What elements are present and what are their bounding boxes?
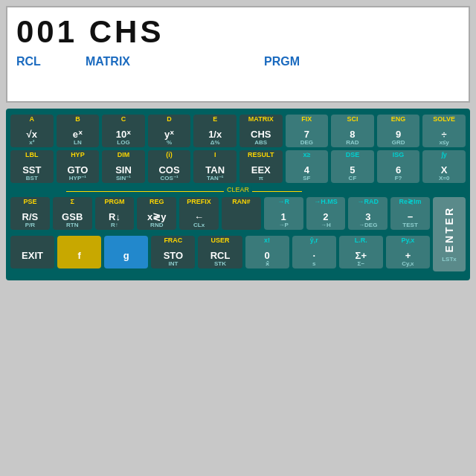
button-row-2: LBL SST BST HYP GTO HYP⁻¹ DIM SIN SIN⁻¹ … — [10, 150, 466, 183]
yx-btn[interactable]: D yˣ % — [148, 115, 191, 147]
button-row-3: PSE R/S P/R Σ GSB RTN PRGM R↓ R↑ REG x≷y — [10, 197, 430, 230]
gto-btn[interactable]: HYP GTO HYP⁻¹ — [57, 150, 100, 183]
xy-btn[interactable]: REG x≷y RND — [137, 197, 176, 230]
enter-bottom: LSTx — [442, 256, 457, 263]
minus-btn[interactable]: Re≷Im − TEST — [390, 197, 430, 230]
inv-btn[interactable]: E 1/x Δ% — [193, 115, 237, 147]
bksp-btn[interactable]: PREFIX ← CLx — [179, 197, 219, 230]
enter-section: ENTER LSTx — [433, 197, 466, 271]
g-btn[interactable]: g — [104, 236, 148, 268]
button-row-4: EXIT f g FRAC STO INT — [10, 236, 430, 268]
clear-bar: CLEAR — [10, 186, 466, 196]
plus-btn[interactable]: Py,x + Cy,x — [386, 236, 430, 268]
calc-body: A √x x² B eˣ LN C 10ˣ LOG D yˣ % E 1/x Δ… — [6, 109, 470, 280]
gsb-btn[interactable]: Σ GSB RTN — [53, 197, 92, 230]
prgm-label[interactable]: PRGM — [264, 55, 300, 68]
sto-btn[interactable]: FRAC STO INT — [151, 236, 195, 268]
rcl-label[interactable]: RCL — [16, 55, 41, 68]
10x-btn[interactable]: C 10ˣ LOG — [102, 115, 145, 147]
cos-btn[interactable]: (i) COS COS⁻¹ — [148, 150, 191, 183]
nine-btn[interactable]: ENG 9 GRD — [377, 115, 420, 147]
clear-text: CLEAR — [224, 186, 252, 193]
seven-btn[interactable]: FIX 7 DEG — [286, 115, 329, 147]
left-cols: PSE R/S P/R Σ GSB RTN PRGM R↓ R↑ REG x≷y — [10, 197, 430, 271]
rcl-btn[interactable]: USER RCL STK — [198, 236, 242, 268]
one-btn[interactable]: →R 1 →P — [264, 197, 303, 230]
matrix-label[interactable]: MATRIX — [86, 55, 130, 68]
times-btn[interactable]: ∫y X X=0 — [422, 150, 466, 183]
enter-text: ENTER — [443, 206, 455, 252]
four-btn[interactable]: x≥ 4 SF — [286, 150, 329, 183]
five-btn[interactable]: DSE 5 CF — [331, 150, 374, 183]
rs-btn[interactable]: PSE R/S P/R — [10, 197, 50, 230]
multi-row-section: PSE R/S P/R Σ GSB RTN PRGM R↓ R↑ REG x≷y — [10, 197, 466, 271]
sin-btn[interactable]: DIM SIN SIN⁻¹ — [102, 150, 145, 183]
rdown-btn[interactable]: PRGM R↓ R↑ — [95, 197, 135, 230]
sigma-btn[interactable]: L.R. Σ+ Σ− — [339, 236, 383, 268]
sub-display: RCL MATRIX PRGM — [16, 55, 460, 68]
div-btn[interactable]: SOLVE ÷ x≤y — [422, 115, 466, 147]
button-row-1: A √x x² B eˣ LN C 10ˣ LOG D yˣ % E 1/x Δ… — [10, 115, 466, 147]
two-btn[interactable]: →H.MS 2 →H — [306, 197, 346, 230]
main-display: 001 CHS — [16, 13, 460, 51]
sst-btn[interactable]: LBL SST BST — [10, 150, 54, 183]
eight-btn[interactable]: SCI 8 RAD — [331, 115, 374, 147]
chs-btn[interactable]: MATRIX CHS ABS — [239, 115, 283, 147]
three-btn[interactable]: →RAD 3 →DEG — [348, 197, 387, 230]
sqrt-btn[interactable]: A √x x² — [10, 115, 54, 147]
ex-btn[interactable]: B eˣ LN — [57, 115, 100, 147]
eex-btn[interactable]: RESULT EEX π — [239, 150, 283, 183]
display-area: 001 CHS RCL MATRIX PRGM — [6, 6, 470, 103]
exit-btn[interactable]: EXIT — [10, 236, 54, 268]
tan-btn[interactable]: I TAN TAN⁻¹ — [193, 150, 237, 183]
six-btn[interactable]: ISG 6 F? — [377, 150, 420, 183]
ran-btn[interactable]: RAN# — [222, 197, 261, 230]
enter-btn[interactable]: ENTER LSTx — [433, 197, 466, 271]
dot-btn[interactable]: ŷ,r · s — [292, 236, 336, 268]
zero-btn[interactable]: x! 0 x̄ — [245, 236, 289, 268]
f-btn[interactable]: f — [57, 236, 101, 268]
